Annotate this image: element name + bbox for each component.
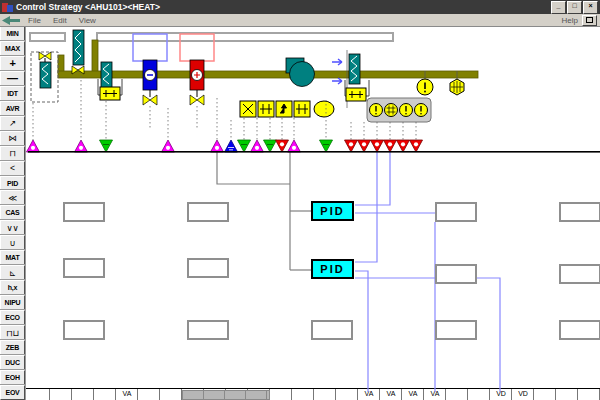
toolbar-idt-button[interactable]: IDT <box>0 86 25 101</box>
mdi-restore-button[interactable] <box>582 15 597 26</box>
title-bar: Control Strategy <AHU101><HEAT> _ □ × <box>0 0 600 14</box>
supply-duct-left[interactable] <box>30 33 65 41</box>
exclaim-dot <box>424 91 426 93</box>
ramp-icon[interactable]: ↗ <box>0 116 25 131</box>
logic-block[interactable] <box>435 202 477 222</box>
gray-wires[interactable] <box>217 152 313 270</box>
toolbar-min-button[interactable]: MIN <box>0 26 25 41</box>
logic-block[interactable] <box>187 202 229 222</box>
graph-icon[interactable]: ⊾ <box>0 265 25 280</box>
maximize-button[interactable]: □ <box>567 1 582 14</box>
main-pipe[interactable] <box>58 71 478 78</box>
block-toolbar: MIN MAX + — IDT AVR ↗ ⋈ ⊓ < PID ≪ CAS ∨∨… <box>0 26 26 400</box>
zigzag-icon[interactable]: ∨∨ <box>0 220 25 235</box>
fan-icon[interactable] <box>290 62 315 87</box>
menu-edit[interactable]: Edit <box>53 16 67 25</box>
back-arrow-icon[interactable] <box>2 16 20 25</box>
app-icon <box>2 3 13 12</box>
sensor-device-icon[interactable] <box>314 101 334 117</box>
menu-help[interactable]: Help <box>562 16 578 25</box>
logic-block[interactable] <box>559 202 600 222</box>
restore-icon <box>586 17 593 23</box>
menu-view[interactable]: View <box>79 16 96 25</box>
logic-block[interactable] <box>435 264 477 284</box>
point-triangles[interactable] <box>27 140 423 152</box>
dip-curve-icon[interactable]: ∪ <box>0 235 25 250</box>
toolbar-eco-button[interactable]: ECO <box>0 310 25 325</box>
close-button[interactable]: × <box>583 1 598 14</box>
square-wave-icon[interactable]: ⊓⊔ <box>0 325 25 340</box>
pid-block-1[interactable]: PID <box>311 201 354 221</box>
blue-wires[interactable] <box>355 152 500 392</box>
toolbar-cas-button[interactable]: CAS <box>0 205 25 220</box>
compare-icon[interactable]: < <box>0 161 25 176</box>
coil-icon[interactable] <box>73 30 84 65</box>
logic-block[interactable] <box>187 258 229 278</box>
grid-sensor-icon[interactable] <box>385 104 398 117</box>
application-window: VA VA VA VA VA VD VD <box>0 0 600 400</box>
exclaim-dot <box>405 113 407 115</box>
toolbar-subtract-button[interactable]: — <box>0 71 25 86</box>
toolbar-mat-button[interactable]: MAT <box>0 250 25 265</box>
pipe-riser-mid[interactable] <box>92 40 98 72</box>
pid-block-2[interactable]: PID <box>311 259 354 279</box>
minimize-button[interactable]: _ <box>551 1 566 14</box>
dotted-links <box>33 76 416 140</box>
pipe-riser-left[interactable] <box>58 55 64 73</box>
toolbar-eov-button[interactable]: EOV <box>0 385 25 400</box>
airflow-arrow-icon <box>332 59 342 65</box>
step-icon[interactable]: ⊓ <box>0 146 25 161</box>
exclaim-dot <box>375 113 377 115</box>
toolbar-hx-button[interactable]: h,x <box>0 280 25 295</box>
logic-block[interactable] <box>63 320 105 340</box>
logic-block[interactable] <box>435 320 477 340</box>
logic-block[interactable] <box>311 320 353 340</box>
exclaim-dot <box>420 113 422 115</box>
logic-block[interactable] <box>559 320 600 340</box>
toolbar-avr-button[interactable]: AVR <box>0 101 25 116</box>
menu-file[interactable]: File <box>28 16 41 25</box>
toolbar-duc-button[interactable]: DUC <box>0 355 25 370</box>
window-title: Control Strategy <AHU101><HEAT> <box>16 2 160 12</box>
schematic-baseline <box>28 151 600 153</box>
logic-block[interactable] <box>63 258 105 278</box>
airflow-arrow-icon <box>332 78 342 84</box>
logic-block[interactable] <box>63 202 105 222</box>
hvac-schematic <box>0 0 600 400</box>
toolbar-add-button[interactable]: + <box>0 56 25 71</box>
menu-bar: File Edit View Help <box>0 14 600 27</box>
crossover-icon[interactable]: ⋈ <box>0 131 25 146</box>
toolbar-eoh-button[interactable]: EOH <box>0 370 25 385</box>
logic-block[interactable] <box>559 264 600 284</box>
toolbar-nipu-button[interactable]: NIPU <box>0 295 25 310</box>
logic-block[interactable] <box>187 320 229 340</box>
toolbar-max-button[interactable]: MAX <box>0 41 25 56</box>
toolbar-zeb-button[interactable]: ZEB <box>0 340 25 355</box>
double-compare-icon[interactable]: ≪ <box>0 190 25 205</box>
toolbar-pid-button[interactable]: PID <box>0 176 25 191</box>
